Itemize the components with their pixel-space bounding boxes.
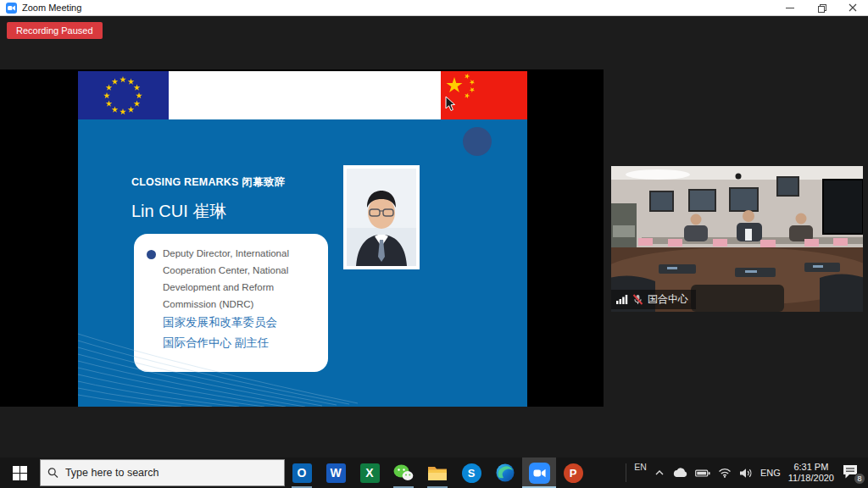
tray-chevron-up-icon[interactable] (654, 469, 665, 476)
bullet-icon (147, 250, 156, 259)
windows-logo-icon (13, 466, 27, 480)
language-indicator[interactable]: ENG (760, 468, 781, 478)
start-button[interactable] (0, 458, 40, 488)
taskbar-outlook[interactable]: O (285, 458, 319, 488)
skype-icon: S (462, 463, 481, 483)
taskbar: O W X S (0, 458, 868, 488)
restore-button[interactable] (805, 0, 837, 15)
notification-count-badge: 8 (854, 473, 865, 485)
input-indicator[interactable]: EN (634, 462, 647, 472)
window-title: Zoom Meeting (22, 3, 81, 13)
excel-icon: X (360, 463, 380, 483)
action-center-button[interactable]: 8 (842, 463, 862, 482)
wechat-icon (393, 463, 414, 482)
taskbar-file-explorer[interactable] (420, 458, 454, 488)
zoom-meeting-window: Zoom Meeting Recording Paused (0, 0, 868, 488)
taskbar-word[interactable]: W (319, 458, 353, 488)
search-icon (47, 467, 58, 479)
tray-divider (626, 463, 626, 482)
minimize-button[interactable] (774, 0, 805, 15)
system-tray: EN ENG 6:31 PM 11/18/2020 (626, 458, 868, 488)
taskbar-search[interactable] (40, 459, 285, 486)
restore-icon (818, 4, 825, 11)
file-explorer-icon (427, 464, 448, 481)
participant-video-tile[interactable]: 国合中心 (611, 166, 863, 312)
flag-band-spacer (169, 71, 441, 119)
taskbar-zoom[interactable] (522, 458, 556, 488)
battery-icon[interactable] (695, 469, 710, 478)
taskbar-wechat[interactable] (387, 458, 420, 488)
close-icon (849, 3, 857, 12)
edge-icon (495, 463, 515, 483)
minimize-icon (786, 8, 794, 8)
speaker-photo (343, 165, 420, 269)
flag-band (78, 71, 527, 119)
clock-time: 6:31 PM (788, 462, 834, 473)
taskbar-skype[interactable]: S (454, 458, 488, 488)
taskbar-powerpoint[interactable]: P (556, 458, 590, 488)
volume-icon[interactable] (739, 468, 753, 479)
mic-muted-icon (632, 294, 643, 305)
shared-screen-area: CLOSING REMARKS 闭幕致辞 Lin CUI 崔琳 Deputy D… (0, 69, 604, 407)
slide-heading: CLOSING REMARKS 闭幕致辞 (131, 175, 285, 190)
title-bar[interactable]: Zoom Meeting (0, 0, 868, 16)
outlook-icon: O (292, 463, 312, 483)
zoom-logo-icon (6, 3, 17, 14)
taskbar-clock[interactable]: 6:31 PM 11/18/2020 (788, 462, 834, 484)
credential-line: Development and Reform (163, 279, 321, 296)
taskbar-excel[interactable]: X (353, 458, 387, 488)
taskbar-edge[interactable] (488, 458, 522, 488)
slide-decoration-circle (463, 127, 492, 156)
onedrive-cloud-icon[interactable] (672, 468, 687, 478)
speaker-name: Lin CUI 崔琳 (131, 200, 226, 223)
wifi-icon[interactable] (718, 468, 732, 478)
presentation-slide: CLOSING REMARKS 闭幕致辞 Lin CUI 崔琳 Deputy D… (78, 71, 527, 407)
word-icon: W (326, 463, 346, 483)
credential-line: Cooperation Center, National (163, 262, 321, 279)
credential-line: Deputy Director, International (163, 245, 321, 262)
signal-strength-icon (616, 295, 628, 304)
powerpoint-icon: P (564, 463, 583, 483)
participant-name-label: 国合中心 (648, 292, 688, 307)
credential-line: Commission (NDRC) (163, 296, 321, 313)
participant-info-overlay: 国合中心 (611, 290, 696, 309)
clock-date: 11/18/2020 (788, 473, 834, 484)
zoom-icon (529, 463, 550, 484)
mouse-cursor (445, 96, 456, 112)
eu-flag (78, 71, 169, 119)
wave-decoration (78, 322, 366, 407)
search-input[interactable] (65, 467, 277, 479)
recording-paused-badge[interactable]: Recording Paused (7, 22, 103, 39)
close-button[interactable] (837, 0, 868, 15)
